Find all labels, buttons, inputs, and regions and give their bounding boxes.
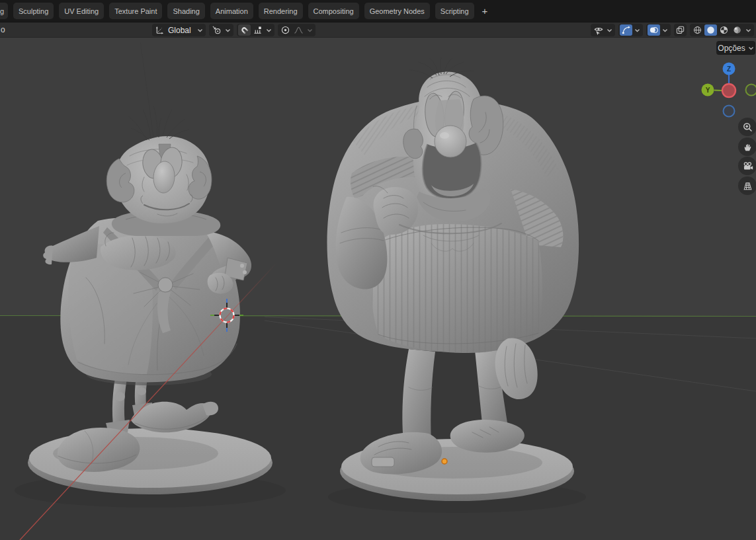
chevron-down-icon [748,46,754,50]
chevron-down-icon [605,24,614,36]
gizmo-x-axis-ball[interactable] [722,84,735,97]
camera-icon [742,161,753,172]
chevron-down-icon [196,24,204,36]
snap-toggle-button[interactable] [238,24,251,36]
gizmo-z-neg-ball[interactable] [724,106,735,117]
tab-scripting[interactable]: Scripting [435,3,474,19]
proportional-falloff-icon[interactable] [292,24,305,36]
snap-increments-icon[interactable] [251,24,264,36]
snap-settings-group [237,24,274,36]
tab-animation[interactable]: Animation [210,3,253,19]
header-left-controls: Global [152,24,315,36]
shading-solid-button[interactable] [704,24,717,36]
show-gizmo-toggle[interactable] [620,24,632,36]
snap-target-icon [210,24,223,36]
add-workspace-button[interactable]: + [480,3,491,19]
navigation-gizmo[interactable]: Z Y [700,59,756,120]
chevron-down-icon[interactable] [306,24,314,36]
zoom-button[interactable] [738,118,756,136]
tab-partial-label: g [0,7,4,15]
viewport-shading-group [690,24,754,36]
show-gizmo-group [618,24,643,36]
viewport-canvas[interactable] [0,38,756,540]
shading-material-button[interactable] [718,24,730,36]
transform-orientation-icon [153,24,166,36]
shading-rendered-button[interactable] [731,24,743,36]
transform-orientation-label: Global [167,26,195,35]
object-origin-dot[interactable] [442,459,447,464]
proportional-editing-toggle[interactable] [279,24,292,36]
toggle-xray-button[interactable] [674,24,687,36]
snap-target-dropdown[interactable] [209,24,233,36]
topbar: g Sculpting UV Editing Texture Paint Sha… [0,0,756,22]
chevron-down-icon[interactable] [265,24,273,36]
tab-geometry-nodes[interactable]: Geometry Nodes [364,3,430,19]
perspective-toggle-button[interactable] [738,176,756,195]
tab-texture-paint[interactable]: Texture Paint [109,3,162,19]
shading-wireframe-button[interactable] [691,24,704,36]
tab-rendering[interactable]: Rendering [259,3,303,19]
chevron-down-icon[interactable] [661,24,669,36]
hand-icon [742,141,753,153]
chevron-down-icon[interactable] [633,24,642,36]
show-object-types-dropdown[interactable] [591,24,615,36]
gizmo-y-label: Y [706,87,710,94]
header-right-controls [591,24,754,36]
mode-dropdown-partial[interactable]: o [1,25,5,34]
chevron-down-icon [224,24,232,36]
tab-partial-left[interactable]: g [0,3,8,19]
tab-shading[interactable]: Shading [167,3,204,19]
tool-options-dropdown[interactable]: Opções [716,41,755,55]
magnifier-plus-icon [742,122,753,133]
grid-frustum-icon [742,180,753,192]
gizmo-y-neg-ball[interactable] [746,85,756,96]
pan-button[interactable] [738,137,756,156]
blender-window: g Sculpting UV Editing Texture Paint Sha… [0,0,756,540]
visibility-eye-icon [592,24,605,36]
proportional-editing-group [278,24,315,36]
tab-uv-editing[interactable]: UV Editing [59,3,104,19]
show-overlays-group [646,24,671,36]
tool-options-label: Opções [718,44,745,53]
transform-orientation-dropdown[interactable]: Global [152,24,206,36]
camera-view-button[interactable] [738,157,756,175]
gizmo-z-label: Z [727,65,731,73]
show-overlays-toggle[interactable] [648,24,660,36]
tab-sculpting[interactable]: Sculpting [13,3,54,19]
chevron-down-icon[interactable] [744,24,753,36]
tab-compositing[interactable]: Compositing [308,3,359,19]
